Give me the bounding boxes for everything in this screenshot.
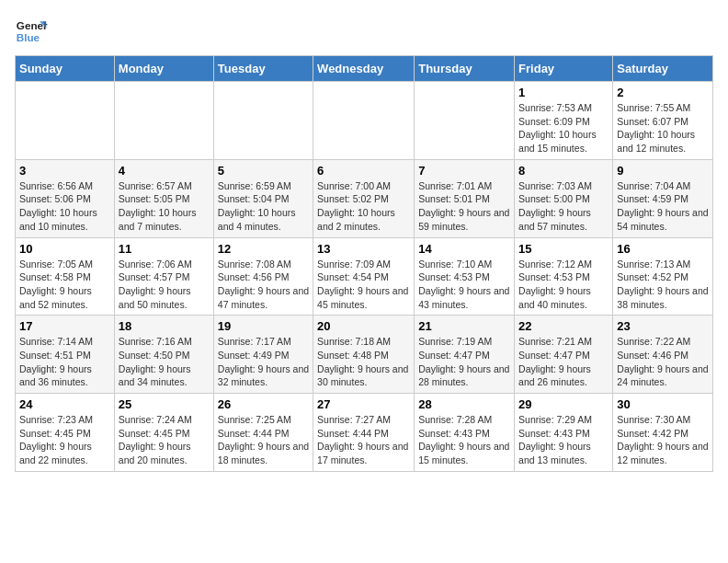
day-info: Sunrise: 7:21 AM Sunset: 4:47 PM Dayligh… [518, 335, 609, 389]
svg-text:General: General [17, 19, 48, 31]
day-info: Sunrise: 7:03 AM Sunset: 5:00 PM Dayligh… [518, 179, 609, 234]
day-number: 3 [19, 164, 110, 178]
day-info: Sunrise: 7:12 AM Sunset: 4:53 PM Dayligh… [518, 258, 609, 312]
calendar-cell: 17Sunrise: 7:14 AM Sunset: 4:51 PM Dayli… [16, 316, 115, 394]
calendar-table: SundayMondayTuesdayWednesdayThursdayFrid… [15, 55, 713, 472]
day-number: 9 [617, 164, 709, 178]
day-number: 7 [418, 164, 510, 178]
day-info: Sunrise: 7:16 AM Sunset: 4:50 PM Dayligh… [119, 335, 210, 389]
day-number: 26 [218, 397, 309, 411]
calendar-cell: 1Sunrise: 7:53 AM Sunset: 6:09 PM Daylig… [515, 82, 613, 160]
day-info: Sunrise: 7:22 AM Sunset: 4:46 PM Dayligh… [617, 335, 709, 389]
day-info: Sunrise: 7:00 AM Sunset: 5:02 PM Dayligh… [317, 179, 410, 234]
calendar-cell [213, 82, 313, 160]
day-info: Sunrise: 7:09 AM Sunset: 4:54 PM Dayligh… [317, 258, 410, 312]
calendar-cell: 28Sunrise: 7:28 AM Sunset: 4:43 PM Dayli… [415, 394, 515, 472]
calendar-cell: 22Sunrise: 7:21 AM Sunset: 4:47 PM Dayli… [515, 316, 613, 394]
day-info: Sunrise: 7:55 AM Sunset: 6:07 PM Dayligh… [617, 101, 709, 155]
day-info: Sunrise: 7:28 AM Sunset: 4:43 PM Dayligh… [418, 413, 510, 467]
weekday-header-sunday: Sunday [16, 56, 115, 82]
day-number: 23 [617, 319, 709, 333]
calendar-cell: 3Sunrise: 6:56 AM Sunset: 5:06 PM Daylig… [16, 159, 115, 237]
day-info: Sunrise: 7:17 AM Sunset: 4:49 PM Dayligh… [218, 335, 309, 389]
day-number: 16 [617, 242, 709, 256]
day-info: Sunrise: 7:08 AM Sunset: 4:56 PM Dayligh… [218, 258, 309, 312]
day-info: Sunrise: 7:18 AM Sunset: 4:48 PM Dayligh… [317, 335, 410, 389]
day-number: 8 [518, 164, 609, 178]
calendar-cell: 25Sunrise: 7:24 AM Sunset: 4:45 PM Dayli… [114, 394, 213, 472]
calendar-header: SundayMondayTuesdayWednesdayThursdayFrid… [16, 56, 713, 82]
day-info: Sunrise: 7:01 AM Sunset: 5:01 PM Dayligh… [418, 179, 510, 234]
calendar-cell: 27Sunrise: 7:27 AM Sunset: 4:44 PM Dayli… [313, 394, 415, 472]
calendar-cell: 2Sunrise: 7:55 AM Sunset: 6:07 PM Daylig… [613, 82, 713, 160]
logo: General Blue [15, 15, 51, 48]
calendar-week-2: 3Sunrise: 6:56 AM Sunset: 5:06 PM Daylig… [16, 159, 713, 237]
day-number: 29 [518, 397, 609, 411]
day-number: 27 [317, 397, 410, 411]
day-info: Sunrise: 7:05 AM Sunset: 4:58 PM Dayligh… [19, 258, 110, 312]
calendar-cell: 20Sunrise: 7:18 AM Sunset: 4:48 PM Dayli… [313, 316, 415, 394]
calendar-cell [16, 82, 115, 160]
day-number: 19 [218, 319, 309, 333]
day-number: 22 [518, 319, 609, 333]
calendar-cell: 12Sunrise: 7:08 AM Sunset: 4:56 PM Dayli… [213, 237, 313, 316]
calendar-cell: 13Sunrise: 7:09 AM Sunset: 4:54 PM Dayli… [313, 237, 415, 316]
calendar-cell: 23Sunrise: 7:22 AM Sunset: 4:46 PM Dayli… [613, 316, 713, 394]
day-number: 4 [119, 164, 210, 178]
calendar-cell: 11Sunrise: 7:06 AM Sunset: 4:57 PM Dayli… [114, 237, 213, 316]
day-info: Sunrise: 6:56 AM Sunset: 5:06 PM Dayligh… [19, 179, 110, 234]
calendar-cell: 9Sunrise: 7:04 AM Sunset: 4:59 PM Daylig… [613, 159, 713, 237]
calendar-body: 1Sunrise: 7:53 AM Sunset: 6:09 PM Daylig… [16, 82, 713, 472]
day-number: 5 [218, 164, 309, 178]
calendar-cell: 15Sunrise: 7:12 AM Sunset: 4:53 PM Dayli… [515, 237, 613, 316]
calendar-cell [415, 82, 515, 160]
calendar-week-5: 24Sunrise: 7:23 AM Sunset: 4:45 PM Dayli… [16, 394, 713, 472]
day-number: 20 [317, 319, 410, 333]
day-number: 21 [418, 319, 510, 333]
calendar-cell: 21Sunrise: 7:19 AM Sunset: 4:47 PM Dayli… [415, 316, 515, 394]
calendar-cell: 16Sunrise: 7:13 AM Sunset: 4:52 PM Dayli… [613, 237, 713, 316]
calendar-cell: 6Sunrise: 7:00 AM Sunset: 5:02 PM Daylig… [313, 159, 415, 237]
day-number: 17 [19, 319, 110, 333]
calendar-week-1: 1Sunrise: 7:53 AM Sunset: 6:09 PM Daylig… [16, 82, 713, 160]
day-number: 24 [19, 397, 110, 411]
day-number: 2 [617, 86, 709, 99]
calendar-cell: 5Sunrise: 6:59 AM Sunset: 5:04 PM Daylig… [213, 159, 313, 237]
calendar-cell [313, 82, 415, 160]
day-number: 1 [518, 86, 609, 99]
day-info: Sunrise: 7:14 AM Sunset: 4:51 PM Dayligh… [19, 335, 110, 389]
day-number: 13 [317, 242, 410, 256]
calendar-cell: 18Sunrise: 7:16 AM Sunset: 4:50 PM Dayli… [114, 316, 213, 394]
calendar-cell: 7Sunrise: 7:01 AM Sunset: 5:01 PM Daylig… [415, 159, 515, 237]
calendar-cell: 26Sunrise: 7:25 AM Sunset: 4:44 PM Dayli… [213, 394, 313, 472]
day-info: Sunrise: 7:25 AM Sunset: 4:44 PM Dayligh… [218, 413, 309, 467]
day-number: 14 [418, 242, 510, 256]
day-info: Sunrise: 7:04 AM Sunset: 4:59 PM Dayligh… [617, 179, 709, 234]
weekday-header-saturday: Saturday [613, 56, 713, 82]
day-number: 6 [317, 164, 410, 178]
weekday-header-wednesday: Wednesday [313, 56, 415, 82]
calendar-cell: 19Sunrise: 7:17 AM Sunset: 4:49 PM Dayli… [213, 316, 313, 394]
day-info: Sunrise: 7:29 AM Sunset: 4:43 PM Dayligh… [518, 413, 609, 467]
day-number: 12 [218, 242, 309, 256]
day-number: 25 [119, 397, 210, 411]
svg-text:Blue: Blue [17, 31, 40, 43]
header: General Blue [15, 15, 713, 48]
day-number: 18 [119, 319, 210, 333]
day-number: 11 [119, 242, 210, 256]
day-number: 28 [418, 397, 510, 411]
day-info: Sunrise: 7:06 AM Sunset: 4:57 PM Dayligh… [119, 258, 210, 312]
day-info: Sunrise: 7:53 AM Sunset: 6:09 PM Dayligh… [518, 101, 609, 155]
day-info: Sunrise: 6:57 AM Sunset: 5:05 PM Dayligh… [119, 179, 210, 234]
calendar-cell: 4Sunrise: 6:57 AM Sunset: 5:05 PM Daylig… [114, 159, 213, 237]
weekday-header-monday: Monday [114, 56, 213, 82]
weekday-header-thursday: Thursday [415, 56, 515, 82]
day-info: Sunrise: 7:23 AM Sunset: 4:45 PM Dayligh… [19, 413, 110, 467]
weekday-row: SundayMondayTuesdayWednesdayThursdayFrid… [16, 56, 713, 82]
calendar-cell: 29Sunrise: 7:29 AM Sunset: 4:43 PM Dayli… [515, 394, 613, 472]
calendar-week-4: 17Sunrise: 7:14 AM Sunset: 4:51 PM Dayli… [16, 316, 713, 394]
calendar-cell: 30Sunrise: 7:30 AM Sunset: 4:42 PM Dayli… [613, 394, 713, 472]
calendar-week-3: 10Sunrise: 7:05 AM Sunset: 4:58 PM Dayli… [16, 237, 713, 316]
weekday-header-friday: Friday [515, 56, 613, 82]
calendar-cell: 10Sunrise: 7:05 AM Sunset: 4:58 PM Dayli… [16, 237, 115, 316]
